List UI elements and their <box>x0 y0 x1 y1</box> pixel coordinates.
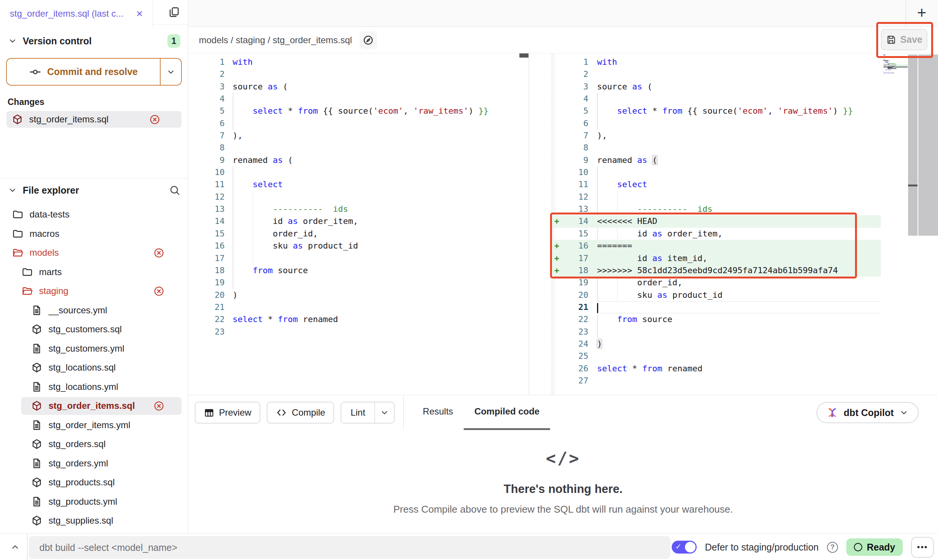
compile-button[interactable]: Compile <box>267 402 334 424</box>
discard-change-icon[interactable] <box>153 286 164 297</box>
code-line-15: 15 id as order_item, <box>551 228 881 240</box>
tree-item-stg-supplies-sql[interactable]: stg_supplies.sql <box>0 511 188 530</box>
status-circle-icon <box>854 543 862 551</box>
help-icon[interactable]: ? <box>827 542 838 553</box>
dbt-command-input[interactable]: dbt build --select <model_name> <box>29 536 671 559</box>
tree-item-stg-order-items-yml[interactable]: stg_order_items.yml <box>0 416 188 435</box>
commit-and-resolve-button[interactable]: Commit and resolve <box>6 58 182 86</box>
tree-item--sources-yml[interactable]: __sources.yml <box>0 301 188 320</box>
code-line-10: 10 <box>551 166 881 178</box>
version-control-title: Version control <box>23 36 92 47</box>
version-control-header[interactable]: Version control 1 <box>0 25 188 57</box>
window-scrollbar[interactable] <box>918 55 938 236</box>
discard-change-icon[interactable] <box>153 400 164 411</box>
tree-item-label: stg_orders.yml <box>48 458 108 469</box>
line-number: 9 <box>188 154 225 166</box>
tree-item-label: stg_locations.yml <box>48 382 118 392</box>
line-number: 19 <box>563 277 588 289</box>
code-line-8: 8 <box>188 142 519 154</box>
code-line-25: 25 <box>551 350 881 362</box>
file-explorer-header[interactable]: File explorer <box>0 178 188 202</box>
tree-item-stg-order-items-sql[interactable]: stg_order_items.sql <box>0 396 188 416</box>
tree-item-stg-locations-yml[interactable]: stg_locations.yml <box>0 377 188 397</box>
code-line-13: 13 ---------- ids <box>551 203 881 215</box>
tab-stg-order-items[interactable]: stg_order_items.sql (last c... × <box>0 0 153 28</box>
copy-icon[interactable] <box>167 6 180 19</box>
diff-gutter <box>551 93 563 105</box>
line-number: 7 <box>563 130 588 142</box>
lint-button[interactable]: Lint <box>341 402 395 424</box>
line-number: 19 <box>188 277 225 289</box>
line-number: 12 <box>563 191 588 203</box>
diff-gutter <box>551 81 563 93</box>
collapse-panel-button[interactable] <box>8 540 23 554</box>
diff-gutter: + <box>551 264 563 277</box>
tree-item-label: stg_orders.sql <box>48 439 106 449</box>
line-number: 6 <box>188 117 225 130</box>
editor-scrollbar[interactable] <box>908 55 918 236</box>
code-line-3: 3source as ( <box>551 81 881 93</box>
table-icon <box>204 407 214 418</box>
doc-icon <box>31 305 42 316</box>
close-icon[interactable]: × <box>136 8 143 19</box>
tree-item-data-tests[interactable]: data-tests <box>0 205 188 224</box>
code-line-21: 21 <box>551 301 881 313</box>
discard-change-icon[interactable] <box>149 114 160 125</box>
diff-gutter <box>551 166 563 178</box>
code-icon <box>276 407 287 418</box>
new-tab-button[interactable]: + <box>913 4 931 22</box>
tree-item-stg-products-yml[interactable]: stg_products.yml <box>0 492 188 512</box>
diff-gutter: + <box>551 215 563 227</box>
changed-file-row[interactable]: stg_order_items.sql <box>6 111 181 128</box>
code-pane-right[interactable]: 1with23source as (45 select * from {{ so… <box>551 53 881 395</box>
line-number: 1 <box>563 56 588 68</box>
line-number: 13 <box>563 203 588 215</box>
save-button[interactable]: Save <box>881 29 927 50</box>
status-label: Ready <box>867 542 895 553</box>
left-pane-scrollbar-thumb[interactable] <box>519 53 528 58</box>
tree-item-stg-products-sql[interactable]: stg_products.sql <box>0 473 188 492</box>
minimap[interactable] <box>883 55 908 74</box>
code-line-19: 19 order_id, <box>551 277 881 289</box>
line-number: 16 <box>188 240 225 252</box>
tree-item-stg-locations-sql[interactable]: stg_locations.sql <box>0 358 188 377</box>
tab-compiled-code[interactable]: Compiled code <box>464 395 550 430</box>
tree-item-stg-customers-sql[interactable]: stg_customers.sql <box>0 320 188 339</box>
code-line-20: 20) <box>188 289 519 301</box>
tree-item-staging[interactable]: staging <box>0 282 188 301</box>
editor-scrollbar-thumb[interactable] <box>908 185 918 186</box>
tab-bar: + <box>188 0 938 27</box>
status-badge[interactable]: Ready <box>846 538 903 556</box>
line-number: 15 <box>563 228 588 240</box>
diff-gutter <box>551 130 563 142</box>
line-number: 11 <box>563 178 588 191</box>
line-number: 18 <box>563 264 588 277</box>
doc-icon <box>31 381 42 393</box>
defer-toggle[interactable]: ✓ <box>672 541 697 554</box>
breadcrumb: models / staging / stg_order_items.sql <box>199 35 352 45</box>
code-line-2: 2 <box>188 68 519 80</box>
code-pane-left[interactable]: 1with23source as (45 select * from {{ so… <box>188 53 519 395</box>
tree-item-stg-customers-yml[interactable]: stg_customers.yml <box>0 339 188 358</box>
code-line-11: 11 select <box>188 178 519 191</box>
tree-item-stg-orders-yml[interactable]: stg_orders.yml <box>0 454 188 473</box>
tree-item-macros[interactable]: macros <box>0 224 188 244</box>
tree-item-stg-orders-sql[interactable]: stg_orders.sql <box>0 435 188 454</box>
tree-item-models[interactable]: models <box>0 243 188 263</box>
discard-change-icon[interactable] <box>153 247 164 258</box>
search-icon[interactable] <box>169 185 180 196</box>
dbt-copilot-button[interactable]: dbt Copilot <box>816 402 919 423</box>
tab-results[interactable]: Results <box>412 395 464 430</box>
doc-icon <box>31 458 42 469</box>
preview-button[interactable]: Preview <box>195 402 260 424</box>
tree-item-marts[interactable]: marts <box>0 263 188 282</box>
commit-dropdown-button[interactable] <box>160 59 181 85</box>
lineage-icon[interactable] <box>360 31 377 49</box>
lint-dropdown-button[interactable] <box>374 402 394 423</box>
code-line-5: 5 select * from {{ source('ecom', 'raw_i… <box>188 105 519 117</box>
more-options-button[interactable]: ••• <box>911 537 934 558</box>
line-number: 7 <box>188 130 225 142</box>
chevron-down-icon <box>166 67 176 77</box>
code-line-2: 2 <box>551 68 881 80</box>
model-icon <box>31 362 42 373</box>
